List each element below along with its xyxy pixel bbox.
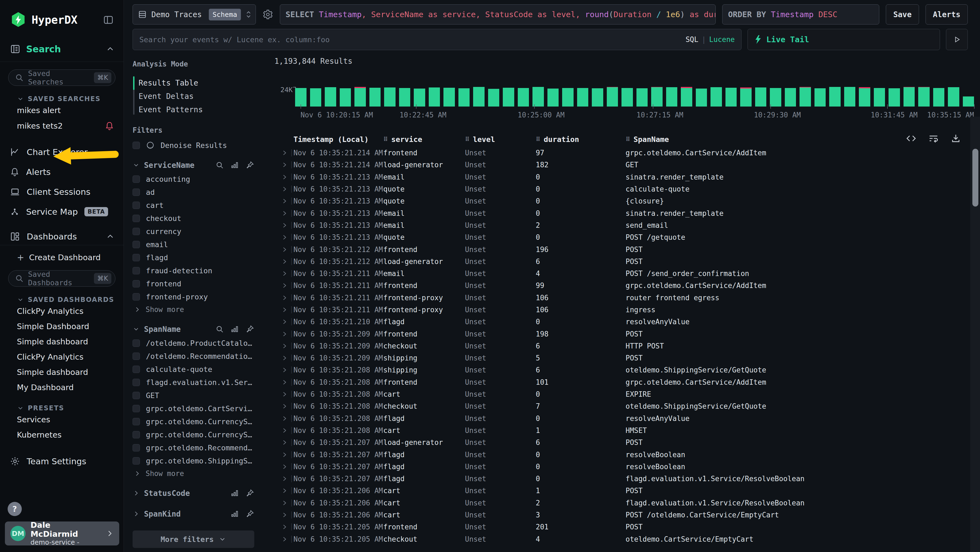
histogram-bar[interactable] [755, 88, 767, 107]
table-row[interactable]: Nov 6 10:35:21.211 AMfrontend-proxyUnset… [274, 304, 980, 316]
checkbox[interactable] [132, 188, 140, 196]
table-row[interactable]: Nov 6 10:35:21.211 AMfrontendUnset99grpc… [274, 279, 980, 292]
expand-row-chevron-icon[interactable] [274, 210, 293, 217]
pin-icon[interactable] [245, 509, 254, 518]
table-row[interactable]: Nov 6 10:35:21.209 AMfrontendUnset198POS… [274, 328, 980, 340]
histogram-bar[interactable] [636, 88, 648, 107]
histogram-bar[interactable] [547, 89, 559, 107]
histogram-bar[interactable] [696, 89, 707, 107]
presets-section[interactable]: PRESETS [17, 404, 115, 412]
denoise-results-checkbox[interactable]: Denoise Results [132, 139, 254, 152]
events-histogram[interactable]: 24K Nov 6 10:20:15 AM10:22:45 AM10:25:00… [274, 70, 980, 124]
user-menu[interactable]: DM Dale McDiarmid demo-service - [5, 522, 119, 546]
table-row[interactable]: Nov 6 10:35:21.211 AMfrontend-proxyUnset… [274, 292, 980, 304]
table-row[interactable]: Nov 6 10:35:21.213 AMquoteUnset0{closure… [274, 195, 980, 207]
histogram-bar[interactable] [384, 88, 396, 107]
histogram-bar[interactable] [740, 89, 752, 107]
saved-dashboard-item[interactable]: ClickPy Analytics [0, 303, 124, 319]
table-row[interactable]: Nov 6 10:35:21.213 AMemailUnset0sinatra.… [274, 207, 980, 219]
filter-checkbox-item[interactable]: ad [132, 185, 254, 199]
checkbox[interactable] [132, 340, 140, 347]
column-header-duration[interactable]: ⠿duration [536, 135, 625, 144]
chart-icon[interactable] [230, 509, 239, 518]
saved-search-item[interactable]: mikes tets2 [0, 118, 124, 134]
chevron-up-icon[interactable] [106, 232, 115, 241]
source-settings-gear-icon[interactable] [262, 9, 273, 20]
table-row[interactable]: Nov 6 10:35:21.212 AMfrontendUnset196POS… [274, 243, 980, 255]
histogram-bar[interactable] [592, 88, 603, 107]
column-header-service[interactable]: ⠿service [383, 135, 465, 144]
histogram-bar[interactable] [518, 88, 529, 107]
histogram-bar[interactable] [444, 88, 455, 107]
analysis-mode-results-table[interactable]: Results Table [138, 76, 254, 89]
expand-row-chevron-icon[interactable] [274, 439, 293, 446]
histogram-bar[interactable] [918, 87, 930, 107]
filter-checkbox-item[interactable]: currency [132, 225, 254, 238]
histogram-bar[interactable] [429, 88, 440, 107]
chart-icon[interactable] [230, 489, 239, 498]
checkbox[interactable] [132, 405, 140, 412]
filter-checkbox-item[interactable]: grpc.oteldemo.CurrencyS… [132, 415, 254, 428]
histogram-bar[interactable] [325, 87, 336, 107]
checkbox[interactable] [132, 202, 140, 209]
drag-handle-icon[interactable]: ⠿ [536, 136, 540, 143]
expand-row-chevron-icon[interactable] [274, 487, 293, 494]
pin-icon[interactable] [245, 325, 254, 333]
run-query-button[interactable] [946, 29, 968, 50]
filter-group-spanname[interactable]: SpanName [132, 322, 254, 337]
expand-row-chevron-icon[interactable] [274, 463, 293, 470]
checkbox[interactable] [132, 431, 140, 439]
filter-checkbox-item[interactable]: email [132, 238, 254, 251]
filter-checkbox-item[interactable]: calculate-quote [132, 363, 254, 376]
expand-row-chevron-icon[interactable] [274, 391, 293, 398]
expand-row-chevron-icon[interactable] [274, 330, 293, 338]
table-row[interactable]: Nov 6 10:35:21.214 AMload-generatorUnset… [274, 159, 980, 171]
chevron-up-icon[interactable] [106, 45, 115, 53]
alerts-button[interactable]: Alerts [926, 4, 968, 24]
histogram-bar[interactable] [577, 88, 589, 107]
analysis-mode-event-patterns[interactable]: Event Patterns [138, 103, 254, 116]
expand-row-chevron-icon[interactable] [274, 174, 293, 181]
histogram-bar[interactable] [355, 88, 366, 107]
histogram-bar[interactable] [889, 88, 900, 107]
expand-row-chevron-icon[interactable] [274, 536, 293, 543]
expand-row-chevron-icon[interactable] [274, 403, 293, 410]
expand-row-chevron-icon[interactable] [274, 499, 293, 506]
column-header-level[interactable]: ⠿level [465, 135, 536, 144]
filter-checkbox-item[interactable]: /oteldemo.ProductCatalo… [132, 337, 254, 349]
expand-row-chevron-icon[interactable] [274, 294, 293, 302]
histogram-bar[interactable] [770, 88, 781, 107]
expand-row-chevron-icon[interactable] [274, 161, 293, 168]
table-row[interactable]: Nov 6 10:35:21.209 AMcheckoutUnset6HTTP … [274, 340, 980, 352]
expand-row-chevron-icon[interactable] [274, 427, 293, 434]
filter-checkbox-item[interactable]: checkout [132, 212, 254, 225]
filter-checkbox-item[interactable]: grpc.oteldemo.Recommend… [132, 441, 254, 454]
sidebar-section-search[interactable]: Search [0, 44, 124, 54]
table-row[interactable]: Nov 6 10:35:21.213 AMquoteUnset0calculat… [274, 183, 980, 195]
histogram-bar[interactable] [458, 88, 470, 107]
histogram-bar[interactable] [295, 88, 307, 107]
table-row[interactable]: Nov 6 10:35:21.207 AMflagdUnset0resolveB… [274, 448, 980, 461]
checkbox[interactable] [132, 228, 140, 235]
checkbox[interactable] [132, 365, 140, 373]
filter-checkbox-item[interactable]: frontend-proxy [132, 290, 254, 303]
save-button[interactable]: Save [886, 4, 919, 24]
expand-row-chevron-icon[interactable] [274, 511, 293, 518]
download-icon[interactable] [951, 133, 961, 144]
histogram-bar[interactable] [933, 88, 945, 107]
filter-checkbox-item[interactable]: GET [132, 389, 254, 402]
filter-checkbox-item[interactable]: /oteldemo.Recommendatio… [132, 349, 254, 363]
show-more-button[interactable]: Show more [132, 303, 254, 316]
histogram-bar[interactable] [844, 87, 856, 107]
table-row[interactable]: Nov 6 10:35:21.208 AMflagdUnset0resolveA… [274, 413, 980, 424]
analysis-mode-event-deltas[interactable]: Event Deltas [138, 89, 254, 103]
table-row[interactable]: Nov 6 10:35:21.209 AMshippingUnset5POST [274, 352, 980, 364]
filter-group-statuscode[interactable]: StatusCode [132, 486, 254, 501]
create-dashboard-button[interactable]: + Create Dashboard [0, 245, 124, 263]
saved-searches-input[interactable]: Saved Searches ⌘K [8, 70, 115, 86]
collapse-sidebar-icon[interactable] [102, 14, 115, 26]
checkbox[interactable] [132, 353, 140, 360]
chart-icon[interactable] [230, 325, 239, 333]
table-row[interactable]: Nov 6 10:35:21.206 AMcartUnset2flagd.eva… [274, 497, 980, 509]
sidebar-item-dashboards[interactable]: Dashboards [0, 228, 124, 245]
